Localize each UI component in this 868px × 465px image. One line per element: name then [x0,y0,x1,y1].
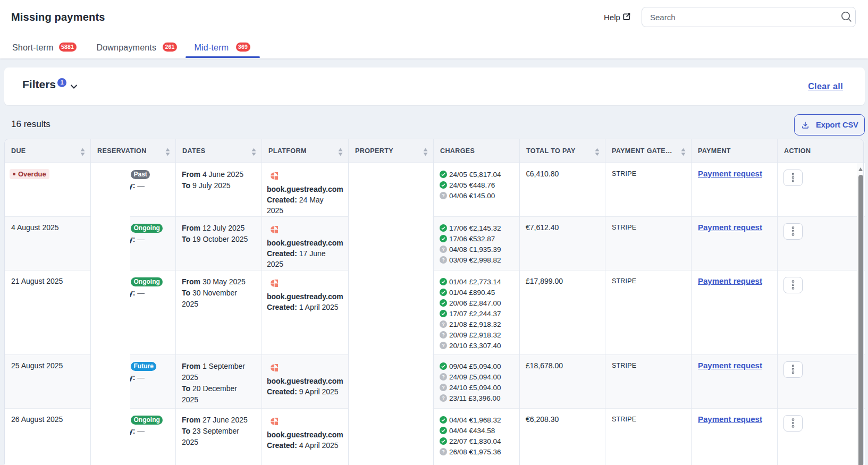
svg-text:?: ? [442,257,445,263]
svg-text:?: ? [442,322,445,327]
svg-text:?: ? [442,332,445,337]
svg-text:?: ? [442,247,445,252]
svg-text:?: ? [442,385,445,390]
svg-text:?: ? [442,449,445,454]
svg-text:?: ? [442,374,445,379]
svg-text:?: ? [442,193,445,198]
svg-text:?: ? [442,343,445,348]
svg-text:?: ? [442,395,445,401]
